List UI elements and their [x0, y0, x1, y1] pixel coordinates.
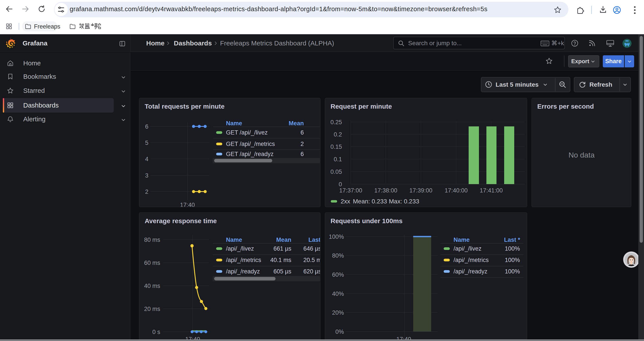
- svg-text:2: 2: [145, 188, 148, 195]
- svg-text:0.1: 0.1: [334, 156, 342, 163]
- svg-text:5: 5: [145, 140, 148, 146]
- svg-text:Last *: Last *: [308, 237, 320, 243]
- svg-text:GET /api/_/readyz: GET /api/_/readyz: [226, 151, 274, 157]
- svg-text:GET /api/_/livez: GET /api/_/livez: [226, 129, 268, 136]
- svg-text:Mean: 0.233: Mean: 0.233: [353, 198, 387, 205]
- svg-text:/api/_/metrics: /api/_/metrics: [226, 257, 261, 263]
- svg-text:Last *: Last *: [504, 237, 520, 243]
- svg-text:17:37:00: 17:37:00: [339, 187, 362, 194]
- svg-text:605 µs: 605 µs: [273, 268, 291, 275]
- svg-text:/api/_/metrics: /api/_/metrics: [454, 257, 489, 263]
- svg-text:40.1 ms: 40.1 ms: [270, 257, 291, 263]
- svg-text:6: 6: [300, 129, 304, 136]
- svg-text:646 µs: 646 µs: [303, 245, 320, 252]
- svg-text:0.05: 0.05: [330, 169, 342, 175]
- svg-text:80%: 80%: [332, 252, 344, 259]
- svg-text:100%: 100%: [505, 268, 520, 275]
- svg-text:661 µs: 661 µs: [273, 245, 291, 252]
- svg-text:20 ms: 20 ms: [144, 306, 160, 312]
- svg-text:60 ms: 60 ms: [144, 260, 160, 266]
- svg-text:100%: 100%: [505, 257, 520, 263]
- svg-text:0.15: 0.15: [330, 144, 342, 150]
- svg-text:No data: No data: [568, 151, 594, 159]
- svg-text:Max: 0.233: Max: 0.233: [389, 198, 419, 205]
- svg-text:0%: 0%: [335, 328, 344, 335]
- svg-text:40%: 40%: [332, 290, 344, 297]
- svg-text:20.5 ms: 20.5 ms: [303, 257, 320, 263]
- svg-text:/api/_/readyz: /api/_/readyz: [454, 268, 488, 275]
- svg-text:60%: 60%: [332, 271, 344, 278]
- svg-text:2xx: 2xx: [341, 198, 350, 205]
- svg-text:0: 0: [339, 181, 342, 188]
- svg-text:/api/_/livez: /api/_/livez: [226, 245, 254, 252]
- svg-text:Mean: Mean: [289, 120, 304, 127]
- svg-text:GET /api/_/metrics: GET /api/_/metrics: [226, 141, 275, 147]
- svg-text:6: 6: [300, 151, 304, 157]
- svg-text:0.25: 0.25: [330, 119, 342, 126]
- svg-text:17:41:00: 17:41:00: [480, 187, 502, 194]
- svg-text:40 ms: 40 ms: [144, 283, 160, 289]
- svg-text:100%: 100%: [505, 245, 520, 252]
- svg-text:17:40: 17:40: [180, 202, 195, 207]
- svg-text:17:38:00: 17:38:00: [374, 187, 397, 194]
- svg-text:17:39:00: 17:39:00: [409, 187, 432, 194]
- svg-text:Name: Name: [226, 120, 242, 127]
- svg-text:620 µs: 620 µs: [303, 268, 320, 275]
- svg-text:6: 6: [145, 123, 148, 130]
- svg-text:20%: 20%: [332, 309, 344, 316]
- svg-text:Name: Name: [454, 237, 470, 243]
- svg-text:2: 2: [300, 141, 304, 147]
- svg-text:80 ms: 80 ms: [144, 237, 160, 243]
- svg-text:Mean: Mean: [276, 237, 291, 243]
- svg-text:Name: Name: [226, 237, 242, 243]
- svg-text:0 s: 0 s: [152, 329, 160, 335]
- svg-text:/api/_/livez: /api/_/livez: [454, 245, 482, 252]
- svg-text:3: 3: [145, 172, 148, 179]
- svg-text:0.2: 0.2: [334, 131, 342, 138]
- svg-text:4: 4: [145, 156, 148, 162]
- svg-text:/api/_/readyz: /api/_/readyz: [226, 268, 260, 275]
- svg-text:100%: 100%: [329, 233, 344, 240]
- svg-text:17:40:00: 17:40:00: [444, 187, 468, 194]
